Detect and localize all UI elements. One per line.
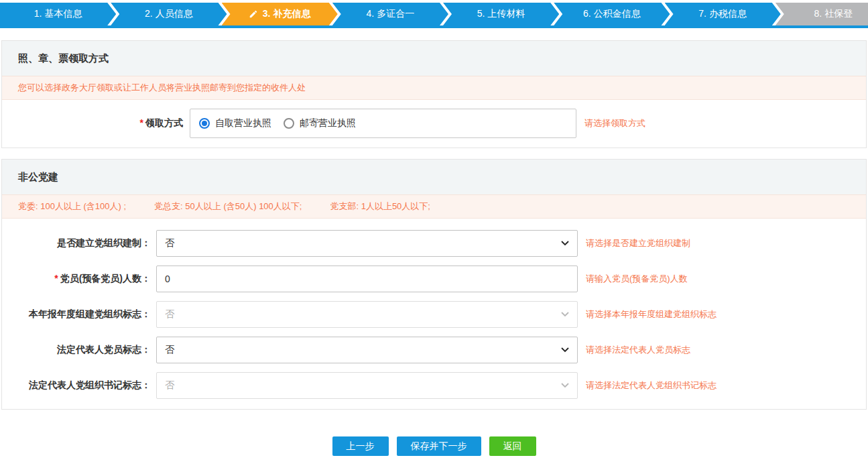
step-label: 4. 多证合一 [367, 8, 415, 20]
wizard-step-bar: 1. 基本信息 2. 人员信息 3. 补充信息 4. 多证合一 5. 上传材料 … [0, 3, 868, 28]
party-org-established-select[interactable]: 否 [156, 230, 578, 257]
legal-rep-party-member-flag-select[interactable]: 否 [156, 337, 578, 363]
field-label-party-member-count: *党员(预备党员)人数： [2, 273, 151, 285]
step-3-supplementary-info[interactable]: 3. 补充信息 [222, 3, 338, 25]
required-asterisk: * [54, 273, 58, 284]
select-value: 否 [165, 308, 174, 320]
previous-step-button[interactable]: 上一步 [332, 436, 389, 456]
legal-rep-party-secretary-flag-select: 否 [156, 372, 578, 399]
field-label-pickup-method: *领取方式 [2, 117, 183, 129]
step-label: 6. 公积金信息 [583, 8, 641, 20]
radio-option-mail-license[interactable]: 邮寄营业执照 [284, 117, 356, 129]
chevron-down-icon [561, 383, 569, 388]
section-title: 非公党建 [2, 160, 866, 194]
field-label-legal-rep-party-secretary-flag: 法定代表人党组织书记标志： [2, 379, 151, 392]
notice-segment: 党支部: 1人以上50人以下; [330, 201, 430, 211]
required-asterisk: * [140, 117, 143, 128]
select-value: 否 [165, 237, 174, 249]
step-label: 7. 办税信息 [698, 8, 747, 20]
section-party-building: 非公党建 党委: 100人以上 (含100人) ;党总支: 50人以上 (含50… [1, 159, 867, 410]
step-4-multi-cert[interactable]: 4. 多证合一 [332, 3, 448, 25]
field-label-legal-rep-party-member-flag: 法定代表人党员标志： [2, 344, 151, 356]
step-8-social-security[interactable]: 8. 社保登 [776, 3, 868, 25]
field-label-annual-report-party-flag: 本年报年度组建党组织标志： [2, 308, 151, 320]
section-notice: 党委: 100人以上 (含100人) ;党总支: 50人以上 (含50人) 10… [2, 194, 866, 219]
form-actions: 上一步 保存并下一步 返回 [0, 436, 868, 456]
step-label: 3. 补充信息 [263, 8, 311, 20]
radio-label: 邮寄营业执照 [300, 117, 356, 129]
step-label: 1. 基本信息 [34, 8, 82, 20]
step-1-basic-info[interactable]: 1. 基本信息 [0, 3, 116, 25]
back-button[interactable]: 返回 [489, 436, 536, 456]
field-label-party-org-established: 是否建立党组织建制： [2, 237, 151, 249]
radio-option-self-pickup[interactable]: 自取营业执照 [199, 117, 271, 129]
save-and-next-button[interactable]: 保存并下一步 [397, 436, 481, 456]
pencil-icon [249, 9, 258, 19]
step-5-upload-materials[interactable]: 5. 上传材料 [443, 3, 559, 25]
section-notice: 您可以选择政务大厅领取或让工作人员将营业执照邮寄到您指定的收件人处 [2, 76, 866, 100]
notice-segment: 党委: 100人以上 (含100人) ; [18, 201, 126, 211]
select-value: 否 [165, 379, 174, 392]
field-hint: 请选择法定代表人党员标志 [586, 344, 690, 356]
select-value: 否 [165, 344, 174, 356]
step-label: 8. 社保登 [814, 8, 853, 20]
radio-checked-icon[interactable] [199, 118, 210, 129]
field-hint: 请输入党员(预备党员)人数 [586, 273, 688, 285]
section-title: 照、章、票领取方式 [2, 41, 866, 76]
field-hint: 请选择领取方式 [584, 117, 645, 129]
notice-segment: 党总支: 50人以上 (含50人) 100人以下; [154, 201, 302, 211]
field-hint: 请选择是否建立党组织建制 [586, 237, 690, 249]
step-2-personnel-info[interactable]: 2. 人员信息 [111, 3, 227, 25]
radio-unchecked-icon[interactable] [284, 118, 294, 129]
step-6-housing-fund-info[interactable]: 6. 公积金信息 [554, 3, 670, 25]
chevron-down-icon [561, 347, 569, 353]
chevron-down-icon [561, 241, 569, 246]
field-hint: 请选择法定代表人党组织书记标志 [586, 379, 717, 392]
chevron-down-icon [561, 312, 569, 317]
step-label: 2. 人员信息 [145, 8, 193, 20]
annual-report-party-flag-select: 否 [156, 301, 578, 328]
field-hint: 请选择本年报年度组建党组织标志 [586, 308, 717, 320]
step-7-tax-info[interactable]: 7. 办税信息 [665, 3, 781, 25]
party-member-count-input[interactable] [156, 266, 578, 292]
pickup-method-radio-group: 自取营业执照 邮寄营业执照 [190, 109, 576, 138]
radio-label: 自取营业执照 [215, 117, 271, 129]
step-label: 5. 上传材料 [477, 8, 525, 20]
section-license-pickup: 照、章、票领取方式 您可以选择政务大厅领取或让工作人员将营业执照邮寄到您指定的收… [1, 40, 867, 148]
